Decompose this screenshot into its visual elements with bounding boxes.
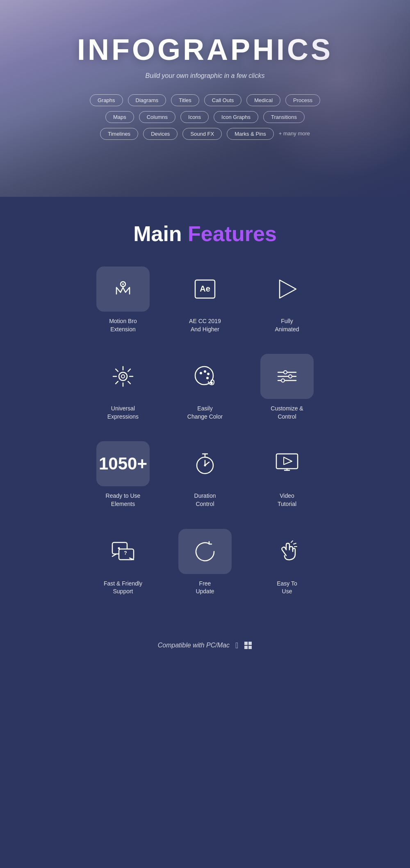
feature-icon-box-motion-bro xyxy=(96,267,150,312)
svg-point-16 xyxy=(284,371,287,374)
gear-icon xyxy=(110,363,136,390)
svg-marker-4 xyxy=(280,280,296,298)
ae-icon: Ae xyxy=(192,276,218,302)
feature-label-update: FreeUpdate xyxy=(196,580,214,596)
palette-icon xyxy=(192,363,218,390)
tag-transitions: Transitions xyxy=(263,111,305,123)
compatible-bar: Compatible with PC/Mac  xyxy=(0,629,410,667)
feature-label-duration: DurationControl xyxy=(194,492,216,508)
svg-point-10 xyxy=(207,373,210,375)
feature-label-color: EasilyChange Color xyxy=(187,405,223,421)
svg-point-11 xyxy=(206,377,209,379)
feature-icon-box-animated xyxy=(260,267,314,312)
feature-icon-box-expressions xyxy=(96,354,150,399)
svg-point-8 xyxy=(200,372,202,374)
feature-1050: 1050+ Ready to UseElements xyxy=(82,441,164,508)
svg-rect-33 xyxy=(244,646,248,649)
sliders-icon xyxy=(274,363,300,390)
feature-label-customize: Customize &Control xyxy=(271,405,303,421)
refresh-icon xyxy=(192,538,218,565)
monitor-play-icon xyxy=(274,451,300,477)
section-title-purple: Features xyxy=(188,222,277,246)
play-icon xyxy=(274,276,300,302)
svg-point-17 xyxy=(289,375,292,378)
feature-easy: Easy ToUse xyxy=(246,529,328,596)
tag-callouts: Call Outs xyxy=(204,94,241,106)
timer-icon xyxy=(192,451,218,477)
tag-columns: Columns xyxy=(139,111,175,123)
feature-color: EasilyChange Color xyxy=(164,354,246,421)
feature-tutorial: VideoTutorial xyxy=(246,441,328,508)
hero-title: INFOGRAPHICS xyxy=(77,33,333,66)
svg-point-5 xyxy=(119,372,127,380)
tag-devices: Devices xyxy=(143,128,178,140)
svg-point-12 xyxy=(210,382,213,384)
svg-text:?: ? xyxy=(124,550,127,556)
tags-row-1: Graphs Diagrams Titles Call Outs Medical… xyxy=(90,94,320,106)
hero-section: INFOGRAPHICS Build your own infographic … xyxy=(0,0,410,197)
tag-process: Process xyxy=(285,94,320,106)
tag-marks-pins: Marks & Pins xyxy=(227,128,274,140)
tag-titles: Titles xyxy=(171,94,199,106)
feature-expressions: UniversalExpressions xyxy=(82,354,164,421)
feature-icon-box-ae: Ae xyxy=(178,267,232,312)
svg-point-7 xyxy=(195,367,213,385)
feature-customize: Customize &Control xyxy=(246,354,328,421)
feature-icon-box-duration xyxy=(178,441,232,486)
section-title: Main Features xyxy=(133,221,277,246)
features-section: Main Features Motion BroExtension Ae xyxy=(0,197,410,629)
feature-support: ? Fast & FriendlySupport xyxy=(82,529,164,596)
section-title-white: Main xyxy=(133,222,188,246)
svg-marker-24 xyxy=(284,457,292,465)
svg-rect-32 xyxy=(248,642,252,645)
feature-label-motion-bro: Motion BroExtension xyxy=(109,317,137,333)
feature-icon-box-tutorial xyxy=(260,441,314,486)
feature-ae: Ae AE CC 2019And Higher xyxy=(164,267,246,333)
feature-icon-box-color xyxy=(178,354,232,399)
hand-icon xyxy=(274,538,300,565)
feature-label-expressions: UniversalExpressions xyxy=(107,405,139,421)
feature-label-easy: Easy ToUse xyxy=(277,580,297,596)
tag-maps: Maps xyxy=(105,111,134,123)
feature-label-ae: AE CC 2019And Higher xyxy=(189,317,221,333)
svg-point-1 xyxy=(122,283,124,285)
feature-animated: FullyAnimated xyxy=(246,267,328,333)
feature-update: FreeUpdate xyxy=(164,529,246,596)
number-1050: 1050+ xyxy=(99,455,147,472)
svg-point-29 xyxy=(118,547,120,549)
feature-duration: DurationControl xyxy=(164,441,246,508)
feature-icon-box-1050: 1050+ xyxy=(96,441,150,486)
svg-point-9 xyxy=(204,370,206,373)
feature-icon-box-support: ? xyxy=(96,529,150,574)
tag-medical: Medical xyxy=(246,94,280,106)
tag-graphs: Graphs xyxy=(90,94,123,106)
svg-text:Ae: Ae xyxy=(200,284,210,293)
apple-icon:  xyxy=(235,641,238,650)
hero-subtitle: Build your own infographic in a few clic… xyxy=(146,72,265,80)
feature-label-tutorial: VideoTutorial xyxy=(278,492,296,508)
svg-rect-21 xyxy=(276,454,298,469)
tag-diagrams: Diagrams xyxy=(128,94,166,106)
feature-motion-bro: Motion BroExtension xyxy=(82,267,164,333)
svg-point-20 xyxy=(204,465,206,467)
svg-point-6 xyxy=(121,375,125,378)
tag-icons: Icons xyxy=(180,111,209,123)
tags-container: Graphs Diagrams Titles Call Outs Medical… xyxy=(90,94,320,140)
windows-icon xyxy=(244,641,252,649)
compatible-text: Compatible with PC/Mac xyxy=(158,642,230,649)
motion-bro-icon xyxy=(110,276,136,302)
tag-icon-graphs: Icon Graphs xyxy=(214,111,258,123)
feature-icon-box-easy xyxy=(260,529,314,574)
features-grid: Motion BroExtension Ae AE CC 2019And Hig… xyxy=(82,267,328,596)
tag-more: + many more xyxy=(279,128,310,140)
tag-timelines: Timelines xyxy=(100,128,138,140)
feature-label-animated: FullyAnimated xyxy=(275,317,299,333)
svg-rect-34 xyxy=(248,646,252,649)
svg-rect-31 xyxy=(244,642,248,645)
feature-label-1050: Ready to UseElements xyxy=(106,492,141,508)
chat-icon: ? xyxy=(110,538,136,565)
feature-label-support: Fast & FriendlySupport xyxy=(104,580,142,596)
tags-row-2: Maps Columns Icons Icon Graphs Transitio… xyxy=(105,111,305,123)
tag-sound-fx: Sound FX xyxy=(182,128,222,140)
svg-point-18 xyxy=(281,379,285,382)
